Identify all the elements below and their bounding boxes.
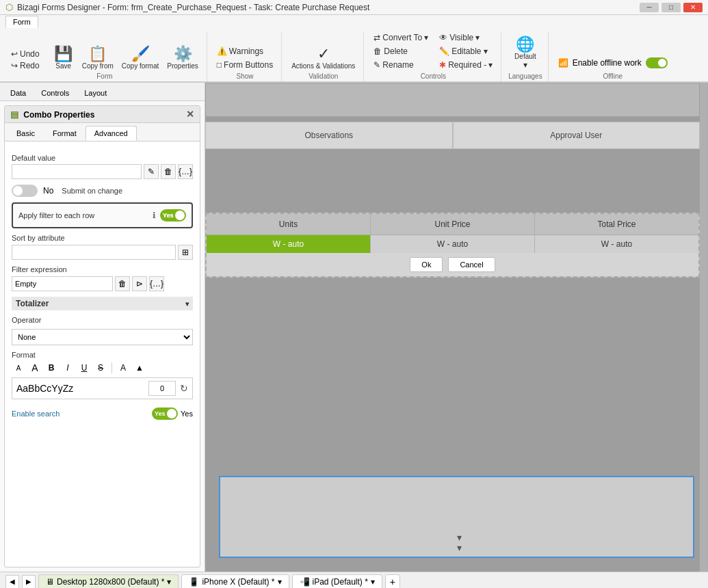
visible-button[interactable]: 👁 Visible ▾ — [436, 31, 495, 44]
filter-funnel-button[interactable]: ⊳ — [132, 276, 147, 291]
cancel-button[interactable]: Cancel — [448, 257, 495, 272]
visible-chevron-icon: ▾ — [475, 33, 480, 42]
combo-tab-format[interactable]: Format — [44, 126, 86, 141]
left-panel: Data Controls Layout ▤ Combo Properties … — [0, 83, 205, 572]
main-layout: Data Controls Layout ▤ Combo Properties … — [0, 83, 708, 572]
table-cell-units[interactable]: W - auto — [207, 235, 371, 253]
totalizer-section[interactable]: Totalizer ▾ — [12, 297, 193, 310]
combo-panel-title: Combo Properties — [23, 110, 94, 120]
table-col-unit-price: Unit Price — [371, 214, 535, 235]
maximize-button[interactable]: □ — [661, 3, 681, 12]
filter-expr-button[interactable]: {…} — [149, 276, 164, 291]
ribbon-group-languages: 🌐 Default ▾ Languages — [503, 31, 549, 81]
offline-label: Enable offline work — [573, 58, 642, 68]
refresh-icon[interactable]: ↻ — [180, 383, 188, 394]
default-value-input[interactable] — [12, 164, 142, 179]
default-value-delete-button[interactable]: 🗑 — [161, 164, 176, 179]
device-tab-desktop[interactable]: 🖥 Desktop 1280x800 (Default) * ▾ — [38, 574, 179, 589]
table-cell-total-price[interactable]: W - auto — [535, 235, 698, 253]
rename-icon: ✎ — [373, 60, 380, 70]
combo-panel-header: ▤ Combo Properties ✕ — [5, 106, 200, 123]
device-tab-iphone[interactable]: 📱 iPhone X (Default) * ▾ — [181, 574, 289, 589]
underline-button[interactable]: U — [77, 361, 91, 375]
delete-label: Delete — [384, 46, 408, 56]
filter-expression-input[interactable] — [12, 276, 113, 291]
iphone-chevron-icon: ▾ — [278, 577, 282, 587]
panel-tab-controls[interactable]: Controls — [34, 85, 77, 101]
redo-button[interactable]: ↪ Redo — [8, 60, 42, 71]
visible-icon: 👁 — [439, 33, 447, 42]
operator-select[interactable]: None — [12, 329, 193, 345]
canvas-table-wrapper: Units Unit Price Total Price W - auto — [205, 158, 700, 278]
required-button[interactable]: ✱ Required - ▾ — [436, 59, 495, 71]
copy-format-icon: 🖌️ — [131, 46, 150, 62]
close-button[interactable]: ✕ — [683, 3, 703, 12]
submit-on-change-toggle[interactable] — [12, 185, 38, 197]
rename-button[interactable]: ✎ Rename — [371, 59, 431, 71]
required-icon: ✱ — [439, 60, 446, 70]
save-button[interactable]: 💾 Save — [51, 45, 77, 71]
device-tab-ipad[interactable]: 📲 iPad (Default) * ▾ — [292, 574, 382, 589]
canvas-scrollbar[interactable] — [700, 83, 708, 572]
font-size-increase-button[interactable]: A — [28, 361, 42, 375]
font-size-decrease-button[interactable]: A — [12, 361, 25, 375]
cell-units-value: W - auto — [273, 239, 304, 249]
format-num-input[interactable] — [148, 381, 176, 396]
cell-total-price-value: W - auto — [601, 239, 632, 249]
warnings-button[interactable]: ⚠️ Warnings — [214, 45, 276, 57]
sort-by-button[interactable]: ⊞ — [178, 245, 193, 260]
ribbon-group-label-offline: Offline — [603, 72, 622, 81]
canvas-table: Units Unit Price Total Price W - auto — [205, 213, 700, 278]
highlight-button[interactable]: ▲ — [133, 361, 146, 375]
canvas-area: Observations Approval User Units Unit Pr… — [205, 83, 708, 572]
redo-label: Redo — [20, 61, 40, 70]
ribbon-buttons-languages: 🌐 Default ▾ — [512, 31, 539, 71]
apply-filter-toggle[interactable]: Yes — [160, 209, 186, 222]
minimize-button[interactable]: ─ — [640, 3, 659, 12]
copy-from-button[interactable]: 📋 Copy from — [79, 45, 116, 71]
enable-search-toggle[interactable] — [152, 407, 178, 420]
bold-button[interactable]: B — [44, 361, 58, 375]
languages-icon: 🌐 — [516, 37, 534, 52]
obs-approval-row: Observations Approval User — [205, 122, 700, 149]
delete-button[interactable]: 🗑 Delete — [371, 45, 431, 57]
properties-button[interactable]: ⚙️ Properties — [164, 45, 201, 71]
filter-delete-button[interactable]: 🗑 — [115, 276, 130, 291]
offline-toggle[interactable] — [646, 57, 668, 68]
combo-panel-close[interactable]: ✕ — [186, 109, 194, 120]
convert-to-label: Convert To — [382, 33, 422, 42]
undo-button[interactable]: ↩ Undo — [8, 49, 42, 59]
italic-button[interactable]: I — [61, 361, 75, 375]
ok-button[interactable]: Ok — [410, 257, 443, 272]
nav-arrow-left[interactable]: ◀ — [5, 575, 19, 589]
undo-redo-group: ↩ Undo ↪ Redo — [8, 49, 48, 71]
apply-filter-info-icon[interactable]: ℹ — [153, 211, 156, 220]
default-value-expr-button[interactable]: {…} — [178, 164, 193, 179]
filter-expression-label: Filter expression — [12, 265, 193, 273]
copy-format-button[interactable]: 🖌️ Copy format — [119, 45, 161, 71]
editable-button[interactable]: ✏️ Editable ▾ — [436, 45, 495, 57]
title-text: Bizagi Forms Designer - Form: frm_Create… — [17, 3, 369, 12]
ribbon-group-label-show: Show — [236, 72, 253, 81]
add-device-tab-button[interactable]: + — [385, 574, 400, 589]
font-color-button[interactable]: A — [116, 361, 130, 375]
strikethrough-button[interactable]: S — [94, 361, 107, 375]
convert-to-button[interactable]: ⇄ Convert To ▾ — [371, 31, 431, 44]
combo-tab-advanced[interactable]: Advanced — [86, 126, 137, 141]
default-button[interactable]: 🌐 Default ▾ — [512, 36, 539, 71]
desktop-chevron-icon: ▾ — [167, 577, 171, 587]
sort-by-input[interactable] — [12, 245, 176, 260]
default-value-edit-button[interactable]: ✎ — [144, 164, 159, 179]
ribbon-tab-form[interactable]: Form — [5, 16, 38, 28]
combo-tabs: Basic Format Advanced — [5, 123, 200, 142]
nav-arrow-right[interactable]: ▶ — [22, 575, 36, 589]
panel-tab-layout[interactable]: Layout — [77, 85, 114, 101]
form-buttons-button[interactable]: □ Form Buttons — [214, 59, 276, 71]
panel-tab-data[interactable]: Data — [3, 85, 34, 101]
ribbon-tabs: Form — [0, 15, 708, 29]
combo-content: Default value ✎ 🗑 {…} No Submit on chang… — [5, 142, 200, 567]
actions-validations-button[interactable]: ✓ Actions & Validations — [289, 45, 358, 71]
combo-tab-basic[interactable]: Basic — [8, 126, 44, 141]
form-buttons-label: Form Buttons — [224, 60, 273, 70]
table-cell-unit-price[interactable]: W - auto — [371, 235, 535, 253]
